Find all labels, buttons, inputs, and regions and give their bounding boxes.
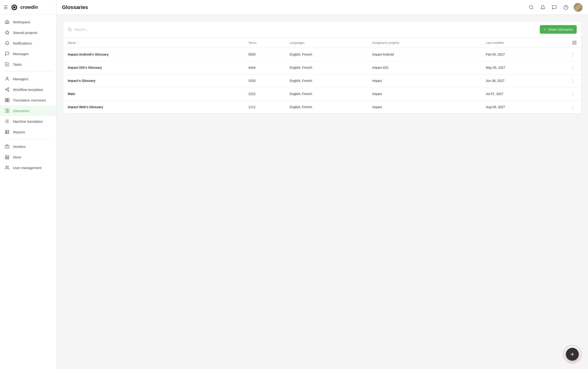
sidebar-item-workspace[interactable]: Workspace — [0, 17, 56, 27]
th-grid-icon[interactable] — [564, 38, 581, 48]
star-icon — [5, 30, 10, 35]
svg-line-7 — [6, 88, 8, 89]
sidebar-item-tasks[interactable]: Tasks — [0, 59, 56, 70]
svg-line-6 — [6, 90, 8, 90]
svg-rect-31 — [573, 41, 574, 42]
sidebar-item-user-management[interactable]: User management — [0, 162, 56, 173]
row-menu-3[interactable]: ⋮ — [568, 90, 577, 97]
row-actions-0: ⋮ — [564, 48, 581, 61]
sidebar-item-workflow[interactable]: Workflow templates — [0, 84, 56, 95]
page-title: Glossaries — [62, 4, 88, 10]
crowdin-logo-icon — [10, 3, 19, 11]
sidebar-item-machine-translation[interactable]: Machine translation — [0, 116, 56, 127]
sidebar-item-reports[interactable]: Reports — [0, 127, 56, 137]
row-languages-2: English, French — [285, 74, 367, 87]
sidebar-item-messages[interactable]: Messages — [0, 48, 56, 59]
svg-rect-14 — [7, 111, 9, 113]
row-date-1: May 05, 2027 — [481, 61, 564, 74]
table-row: Impact iOS's Glossary 4444 English, Fren… — [63, 61, 581, 74]
row-languages-3: English, French — [285, 87, 367, 101]
sidebar-item-translation-memories[interactable]: Translation memories — [0, 95, 56, 105]
sidebar-item-glossaries-label: Glossaries — [13, 109, 29, 113]
avatar-image — [574, 3, 582, 12]
search-input[interactable] — [74, 27, 540, 31]
row-menu-4[interactable]: ⋮ — [568, 103, 577, 111]
row-menu-1[interactable]: ⋮ — [568, 64, 577, 71]
sidebar-item-workflow-label: Workflow templates — [13, 88, 43, 92]
svg-point-24 — [6, 166, 7, 168]
logo-container: crowdin — [10, 3, 38, 11]
svg-rect-12 — [5, 109, 7, 113]
search-icon[interactable] — [527, 4, 535, 11]
sidebar-item-starred[interactable]: Starred projects — [0, 27, 56, 38]
sidebar-item-usermgmt-label: User management — [13, 166, 41, 170]
th-terms: Terms — [244, 38, 285, 48]
table-row: Impact's Glossary 3333 English, French I… — [63, 74, 581, 87]
th-assigned: Assigned to projects — [367, 38, 481, 48]
svg-point-2 — [6, 77, 8, 79]
row-project-3[interactable]: Impact — [367, 87, 481, 101]
share-glossaries-button[interactable]: ✓ Share Glossaries — [540, 25, 577, 34]
hamburger-icon[interactable]: ☰ — [4, 5, 8, 10]
sidebar-item-translation-label: Translation memories — [13, 98, 46, 102]
sidebar-item-store-label: Store — [13, 155, 21, 159]
sidebar-item-messages-label: Messages — [13, 52, 29, 56]
svg-rect-9 — [7, 99, 9, 100]
row-menu-2[interactable]: ⋮ — [568, 77, 577, 84]
search-bar-icon — [68, 27, 72, 32]
row-date-3: Jul 07, 2027 — [481, 87, 564, 101]
th-name-label: Name — [68, 41, 76, 44]
content-area: ✓ Share Glossaries Name ↓ Terms — [57, 15, 588, 369]
svg-rect-34 — [575, 43, 576, 44]
svg-point-25 — [529, 5, 533, 9]
messages-topbar-icon[interactable] — [551, 4, 558, 11]
sidebar-item-notifications[interactable]: Notifications — [0, 38, 56, 48]
machine-translation-icon — [5, 119, 10, 124]
row-project-2[interactable]: Impact — [367, 74, 481, 87]
nav-divider-1 — [4, 72, 52, 72]
svg-point-27 — [564, 5, 568, 9]
th-name: Name ↓ — [63, 38, 244, 48]
share-glossaries-label: Share Glossaries — [548, 28, 573, 31]
sidebar-item-workspace-label: Workspace — [13, 20, 30, 24]
topbar: Glossaries — [57, 0, 588, 15]
add-glossary-button[interactable]: + — [566, 348, 579, 361]
svg-marker-1 — [5, 31, 9, 34]
svg-rect-8 — [5, 99, 7, 100]
workflow-icon — [5, 87, 10, 92]
sidebar-item-vendors[interactable]: Vendors — [0, 141, 56, 152]
row-project-1[interactable]: Impact iOS — [367, 61, 481, 74]
search-input-wrapper — [68, 27, 540, 32]
row-menu-0[interactable]: ⋮ — [568, 51, 577, 58]
row-actions-1: ⋮ — [564, 61, 581, 74]
sidebar-nav: Workspace Starred projects Notifications… — [0, 15, 56, 175]
help-icon[interactable] — [562, 4, 569, 11]
row-project-4[interactable]: Impact — [367, 101, 481, 114]
row-terms-4: 1111 — [244, 101, 285, 114]
search-bar: ✓ Share Glossaries — [63, 21, 581, 38]
avatar[interactable] — [574, 3, 582, 12]
sidebar-item-starred-label: Starred projects — [13, 31, 37, 35]
row-date-0: Feb 05, 2027 — [481, 48, 564, 61]
row-project-0[interactable]: Impact Android — [367, 48, 481, 61]
row-actions-4: ⋮ — [564, 101, 581, 114]
svg-rect-23 — [6, 158, 9, 159]
th-last-modified: Last modified — [481, 38, 564, 48]
row-name-4: Impact Web's Glossary — [63, 101, 244, 114]
sidebar-item-machine-label: Machine translation — [13, 120, 43, 123]
sidebar-item-glossaries[interactable]: Glossaries — [0, 105, 56, 116]
glossary-table-body: Impact Android's Glossary 5555 English, … — [63, 48, 581, 114]
sidebar-item-vendors-label: Vendors — [13, 145, 26, 149]
svg-point-4 — [6, 89, 7, 90]
svg-rect-32 — [575, 41, 576, 42]
sort-icon[interactable]: ↓ — [77, 41, 79, 44]
sidebar-item-managers[interactable]: Managers — [0, 73, 56, 84]
row-terms-1: 4444 — [244, 61, 285, 74]
notifications-topbar-icon[interactable] — [539, 4, 547, 11]
row-date-2: Jun 06, 2027 — [481, 74, 564, 87]
table-row: Impact Android's Glossary 5555 English, … — [63, 48, 581, 61]
row-actions-3: ⋮ — [564, 87, 581, 101]
sidebar-item-store[interactable]: Store — [0, 152, 56, 162]
row-name-2: Impact's Glossary — [63, 74, 244, 87]
nav-divider-2 — [4, 139, 52, 139]
